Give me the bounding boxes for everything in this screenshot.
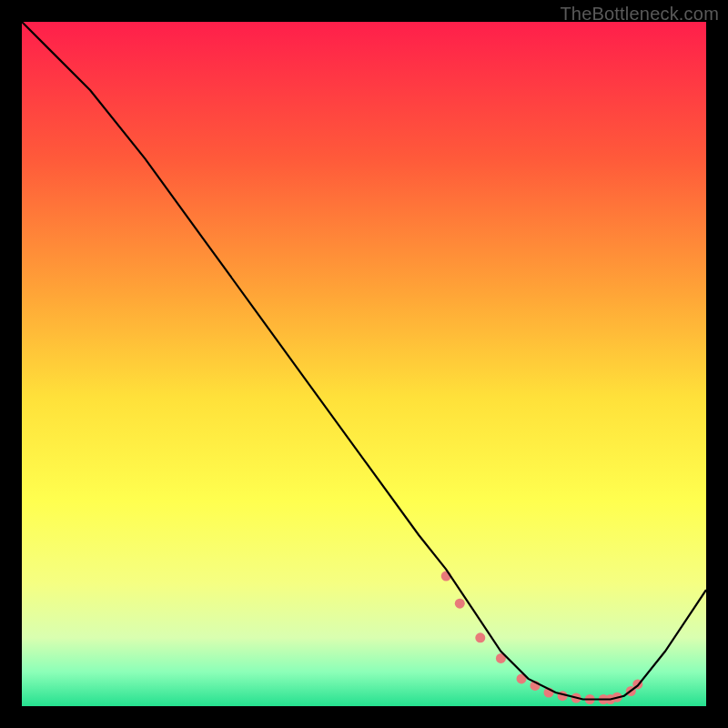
gradient-background (22, 22, 706, 706)
marker-point (475, 632, 485, 642)
chart-svg (22, 22, 706, 706)
marker-point (455, 599, 465, 609)
chart-frame: TheBottleneck.com (0, 0, 728, 728)
plot-area (22, 22, 706, 706)
watermark-text: TheBottleneck.com (560, 4, 719, 25)
